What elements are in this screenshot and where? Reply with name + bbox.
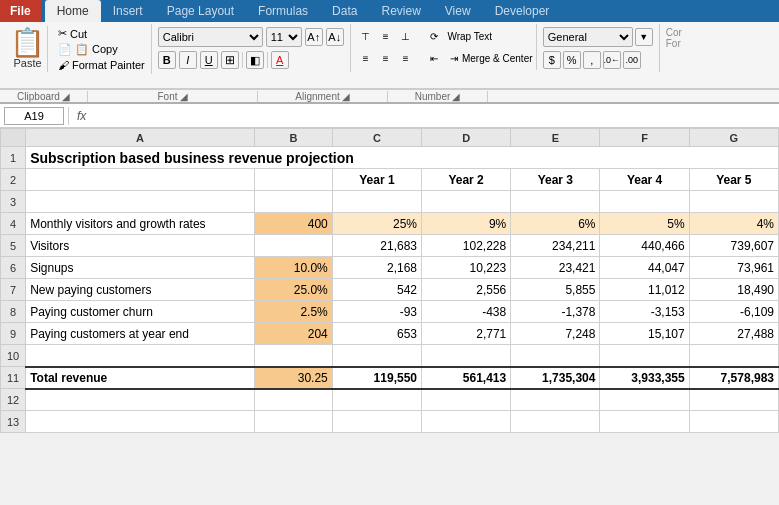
cell-8-G[interactable]: -6,109 — [689, 301, 778, 323]
col-header-c[interactable]: C — [332, 129, 421, 147]
increase-font-button[interactable]: A↑ — [305, 28, 323, 46]
row-header[interactable]: 11 — [1, 367, 26, 389]
tab-home[interactable]: Home — [45, 0, 101, 22]
cell-5-G[interactable]: 739,607 — [689, 235, 778, 257]
cell-9-G[interactable]: 27,488 — [689, 323, 778, 345]
cell-12-A[interactable] — [26, 389, 255, 411]
cell-6-B[interactable]: 10.0% — [254, 257, 332, 279]
cell-2-E[interactable]: Year 3 — [511, 169, 600, 191]
cell-11-D[interactable]: 561,413 — [422, 367, 511, 389]
col-header-e[interactable]: E — [511, 129, 600, 147]
cell-7-G[interactable]: 18,490 — [689, 279, 778, 301]
cell-11-G[interactable]: 7,578,983 — [689, 367, 778, 389]
format-painter-button[interactable]: 🖌 Format Painter — [56, 58, 147, 72]
cell-2-D[interactable]: Year 2 — [422, 169, 511, 191]
cell-4-A[interactable]: Monthly visitors and growth rates — [26, 213, 255, 235]
cell-10-D[interactable] — [422, 345, 511, 367]
font-color-button[interactable]: A — [271, 51, 289, 69]
cell-7-F[interactable]: 11,012 — [600, 279, 689, 301]
cell-8-C[interactable]: -93 — [332, 301, 421, 323]
cell-4-D[interactable]: 9% — [422, 213, 511, 235]
cell-2-A[interactable] — [26, 169, 255, 191]
cell-3-E[interactable] — [511, 191, 600, 213]
cell-4-F[interactable]: 5% — [600, 213, 689, 235]
cell-12-D[interactable] — [422, 389, 511, 411]
cell-8-A[interactable]: Paying customer churn — [26, 301, 255, 323]
align-bottom-button[interactable]: ⊥ — [397, 27, 415, 45]
comma-button[interactable]: , — [583, 51, 601, 69]
font-name-select[interactable]: Calibri — [158, 27, 263, 47]
alignment-label[interactable]: Alignment ◢ — [258, 91, 388, 102]
cell-3-F[interactable] — [600, 191, 689, 213]
cell-6-G[interactable]: 73,961 — [689, 257, 778, 279]
cell-11-B[interactable]: 30.25 — [254, 367, 332, 389]
row-header[interactable]: 9 — [1, 323, 26, 345]
cell-7-B[interactable]: 25.0% — [254, 279, 332, 301]
cell-5-A[interactable]: Visitors — [26, 235, 255, 257]
fill-color-button[interactable]: ◧ — [246, 51, 264, 69]
cell-13-E[interactable] — [511, 411, 600, 433]
cell-10-C[interactable] — [332, 345, 421, 367]
cell-4-G[interactable]: 4% — [689, 213, 778, 235]
cell-12-C[interactable] — [332, 389, 421, 411]
align-left-button[interactable]: ≡ — [357, 49, 375, 67]
paste-button[interactable]: 📋 Paste — [8, 26, 48, 72]
cell-4-E[interactable]: 6% — [511, 213, 600, 235]
cell-13-D[interactable] — [422, 411, 511, 433]
cell-13-C[interactable] — [332, 411, 421, 433]
cell-13-A[interactable] — [26, 411, 255, 433]
file-tab[interactable]: File — [0, 0, 41, 22]
align-top-button[interactable]: ⊤ — [357, 27, 375, 45]
cell-6-F[interactable]: 44,047 — [600, 257, 689, 279]
copy-button[interactable]: 📄 📋 Copy — [56, 42, 147, 57]
cell-8-D[interactable]: -438 — [422, 301, 511, 323]
cell-12-E[interactable] — [511, 389, 600, 411]
font-label[interactable]: Font ◢ — [88, 91, 258, 102]
cell-3-B[interactable] — [254, 191, 332, 213]
percent-button[interactable]: % — [563, 51, 581, 69]
cell-12-B[interactable] — [254, 389, 332, 411]
increase-decimal-button[interactable]: .00 — [623, 51, 641, 69]
row-header[interactable]: 7 — [1, 279, 26, 301]
cell-2-G[interactable]: Year 5 — [689, 169, 778, 191]
cell-5-D[interactable]: 102,228 — [422, 235, 511, 257]
cell-11-F[interactable]: 3,933,355 — [600, 367, 689, 389]
cell-3-C[interactable] — [332, 191, 421, 213]
bold-button[interactable]: B — [158, 51, 176, 69]
cell-9-B[interactable]: 204 — [254, 323, 332, 345]
cell-9-E[interactable]: 7,248 — [511, 323, 600, 345]
cell-12-F[interactable] — [600, 389, 689, 411]
col-header-f[interactable]: F — [600, 129, 689, 147]
cell-5-C[interactable]: 21,683 — [332, 235, 421, 257]
cell-13-F[interactable] — [600, 411, 689, 433]
font-size-select[interactable]: 11 — [266, 27, 302, 47]
wrap-text-button[interactable]: Wrap Text — [445, 27, 495, 45]
col-header-g[interactable]: G — [689, 129, 778, 147]
cell-6-D[interactable]: 10,223 — [422, 257, 511, 279]
number-label[interactable]: Number ◢ — [388, 91, 488, 102]
row-header[interactable]: 3 — [1, 191, 26, 213]
cell-1-A[interactable]: Subscription based business revenue proj… — [26, 147, 779, 169]
row-header[interactable]: 6 — [1, 257, 26, 279]
number-expand-button[interactable]: ▼ — [635, 28, 653, 46]
cell-3-G[interactable] — [689, 191, 778, 213]
align-center-button[interactable]: ≡ — [377, 49, 395, 67]
cell-7-E[interactable]: 5,855 — [511, 279, 600, 301]
cell-11-A[interactable]: Total revenue — [26, 367, 255, 389]
cell-7-D[interactable]: 2,556 — [422, 279, 511, 301]
tab-view[interactable]: View — [433, 0, 483, 22]
underline-button[interactable]: U — [200, 51, 218, 69]
col-header-d[interactable]: D — [422, 129, 511, 147]
merge-center-button[interactable]: Merge & Center — [465, 49, 530, 67]
row-header[interactable]: 13 — [1, 411, 26, 433]
cell-8-B[interactable]: 2.5% — [254, 301, 332, 323]
row-header[interactable]: 5 — [1, 235, 26, 257]
cut-button[interactable]: ✂ Cut — [56, 26, 147, 41]
decrease-decimal-button[interactable]: .0← — [603, 51, 621, 69]
formula-input[interactable] — [94, 107, 775, 125]
tab-data[interactable]: Data — [320, 0, 369, 22]
increase-indent-button[interactable]: ⇥ — [445, 49, 463, 67]
cell-2-F[interactable]: Year 4 — [600, 169, 689, 191]
cell-reference-input[interactable]: A19 — [4, 107, 64, 125]
cell-10-F[interactable] — [600, 345, 689, 367]
